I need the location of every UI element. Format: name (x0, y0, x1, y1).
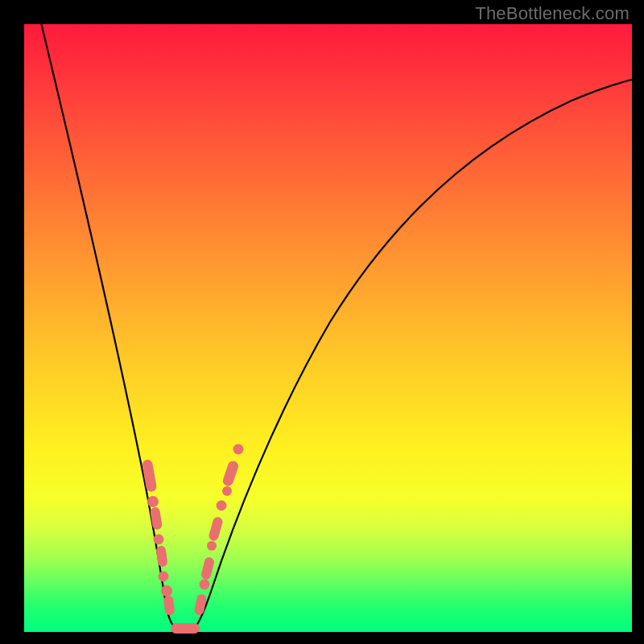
svg-rect-7 (163, 595, 175, 615)
chart-svg (24, 24, 632, 632)
svg-rect-4 (155, 545, 168, 567)
svg-point-1 (147, 496, 159, 507)
plot-area (24, 24, 632, 632)
beads-left (142, 459, 175, 616)
watermark-text: TheBottleneck.com (475, 3, 630, 24)
svg-rect-13 (208, 516, 224, 542)
svg-point-5 (159, 572, 169, 582)
svg-rect-2 (150, 506, 163, 530)
svg-point-6 (161, 585, 172, 597)
svg-rect-16 (221, 460, 240, 487)
curve-right-branch (195, 79, 634, 628)
beads-trough (171, 623, 200, 634)
svg-point-14 (217, 501, 227, 511)
svg-point-12 (207, 541, 217, 551)
svg-rect-9 (193, 593, 207, 616)
svg-point-15 (222, 486, 232, 496)
svg-rect-11 (200, 556, 215, 580)
svg-point-17 (233, 444, 244, 455)
svg-rect-8 (171, 623, 200, 634)
svg-point-3 (154, 535, 164, 545)
chart-frame: TheBottleneck.com (0, 0, 644, 644)
beads-right (193, 444, 243, 616)
svg-point-10 (200, 580, 210, 590)
